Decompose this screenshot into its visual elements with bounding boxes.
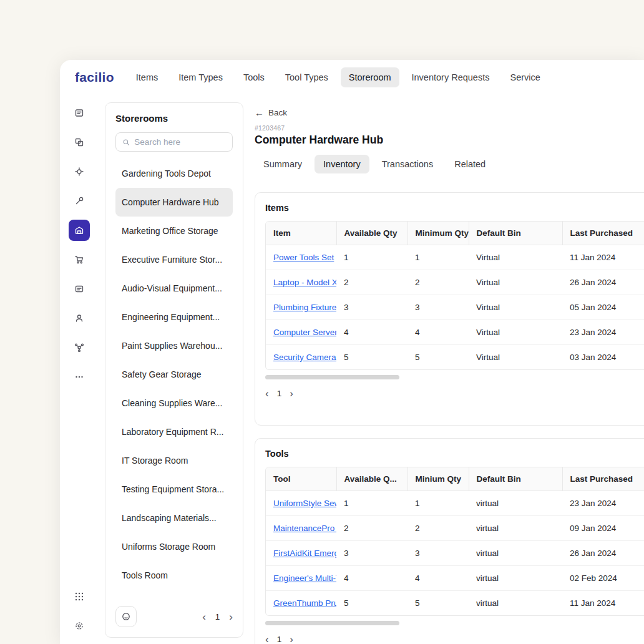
storeroom-list-item[interactable]: Tools Room — [115, 561, 233, 590]
item-link[interactable]: Power Tools Set — [273, 253, 334, 262]
inventory-request-module-button[interactable] — [69, 278, 90, 300]
last-purchased-cell: 05 Jan 2024 — [562, 295, 644, 320]
storeroom-list-item[interactable]: Paint Supplies Warehou... — [115, 331, 233, 360]
default-bin-cell: Virtual — [469, 245, 562, 270]
storeroom-list-item[interactable]: Uniforms Storage Room — [115, 532, 233, 561]
next-page-icon[interactable]: › — [290, 634, 293, 644]
table-row: Engineer's Multi-Tool 4 4 virtual 02 Feb… — [266, 566, 644, 591]
more-modules-button[interactable] — [69, 366, 90, 388]
module-rail — [60, 95, 99, 644]
panel-action-button[interactable] — [115, 606, 137, 627]
nav-item[interactable]: Storeroom — [341, 67, 399, 87]
last-purchased-cell: 11 Jan 2024 — [562, 591, 644, 616]
settings-button[interactable] — [69, 615, 90, 637]
catalog-module-button[interactable] — [69, 102, 90, 124]
storerooms-panel-footer: ‹ 1 › — [115, 600, 233, 627]
column-header: Available Qty — [336, 222, 407, 245]
service-module-button[interactable] — [69, 337, 90, 358]
item-link[interactable]: Security Cameras (Set of 4) — [273, 353, 336, 362]
tool-link[interactable]: FirstAidKit Emergency Tools — [273, 549, 336, 558]
storeroom-list-item[interactable]: Laboratory Equipment R... — [115, 417, 233, 446]
minimum-qty-cell: 5 — [407, 345, 469, 370]
table-row: Security Cameras (Set of 4) 5 5 Virtual … — [266, 345, 644, 370]
detail-tab[interactable]: Related — [446, 155, 494, 173]
detail-tab[interactable]: Transactions — [373, 155, 442, 173]
items-horizontal-scrollbar[interactable] — [265, 375, 644, 379]
tool-link[interactable]: Engineer's Multi-Tool — [273, 573, 336, 583]
nav-item[interactable]: Tools — [235, 67, 273, 87]
back-arrow-icon: ← — [255, 107, 264, 118]
nav-item[interactable]: Item Types — [170, 67, 231, 87]
last-purchased-cell: 02 Feb 2024 — [562, 566, 644, 591]
table-row: UniformStyle Sewing Kit 1 1 virtual 23 J… — [266, 491, 644, 516]
storeroom-list-item[interactable]: Engineering Equipment... — [115, 303, 233, 331]
top-navbar: facilio Items Item Types Tools Tool Type… — [60, 60, 644, 95]
prev-page-icon[interactable]: ‹ — [202, 612, 206, 622]
minimum-qty-cell: 1 — [407, 245, 469, 270]
nav-item[interactable]: Inventory Requests — [404, 67, 498, 87]
last-purchased-cell: 09 Jan 2024 — [562, 516, 644, 541]
available-qty-cell: 2 — [336, 270, 407, 295]
column-header: Minimum Qty — [407, 222, 469, 245]
tool-link[interactable]: UniformStyle Sewing Kit — [273, 499, 336, 508]
storeroom-list-item[interactable]: Executive Furniture Stor... — [115, 245, 233, 274]
tools-module-button[interactable] — [69, 190, 90, 212]
storeroom-list-item[interactable]: Gardening Tools Depot — [115, 159, 233, 188]
purchase-module-button[interactable] — [69, 249, 90, 270]
prev-page-icon[interactable]: ‹ — [265, 634, 269, 644]
apps-grid-icon — [74, 592, 84, 602]
table-row: GreenThumb Pruning Shears 5 5 virtual 11… — [266, 591, 644, 616]
item-link[interactable]: Plumbing Fixtures Kit — [273, 303, 336, 312]
storeroom-list-item[interactable]: Marketing Office Storage — [115, 217, 233, 245]
cart-icon — [74, 255, 84, 265]
current-page: 1 — [277, 389, 282, 398]
boxes-icon — [74, 137, 84, 147]
column-header: Last Purchased — [562, 222, 644, 245]
nav-item[interactable]: Items — [128, 67, 166, 87]
tool-link[interactable]: GreenThumb Pruning Shears — [273, 598, 336, 608]
search-input[interactable] — [134, 137, 226, 147]
scrollbar-thumb[interactable] — [265, 375, 399, 379]
storeroom-list-item[interactable]: Safety Gear Storage — [115, 360, 233, 389]
main-nav: Items Item Types Tools Tool Types Storer… — [128, 67, 549, 87]
storeroom-list-item[interactable]: Testing Equipment Stora... — [115, 475, 233, 504]
detail-tab[interactable]: Summary — [255, 155, 311, 173]
item-link[interactable]: Laptop - Model XYZ123 — [273, 278, 336, 287]
storeroom-list-item[interactable]: IT Storage Room — [115, 446, 233, 475]
detail-tab[interactable]: Inventory — [315, 155, 369, 173]
tool-link[interactable]: MaintenancePro Toolkit — [273, 524, 336, 533]
people-module-button[interactable] — [69, 308, 90, 329]
nav-item[interactable]: Service — [502, 67, 548, 87]
tools-pagination: ‹ 1 › — [265, 634, 644, 644]
storerooms-panel: Storerooms Gardening Tools Depot Compute… — [105, 102, 243, 638]
minimum-qty-cell: 3 — [407, 295, 469, 320]
table-row: Laptop - Model XYZ123 2 2 Virtual 26 Jan… — [266, 270, 644, 295]
prev-page-icon[interactable]: ‹ — [265, 388, 269, 399]
storeroom-list-item[interactable]: Computer Hardware Hub — [115, 188, 233, 217]
back-link[interactable]: ← Back — [255, 107, 287, 118]
items-module-button[interactable] — [69, 132, 90, 153]
table-row: MaintenancePro Toolkit 2 2 virtual 09 Ja… — [266, 516, 644, 541]
next-page-icon[interactable]: › — [229, 612, 233, 622]
storeroom-icon — [74, 225, 84, 235]
request-card-icon — [74, 284, 84, 294]
settings-gear-icon — [74, 621, 84, 631]
available-qty-cell: 3 — [336, 295, 407, 320]
back-label: Back — [268, 108, 287, 117]
item-types-module-button[interactable] — [69, 161, 90, 182]
network-icon — [74, 343, 84, 353]
scrollbar-thumb[interactable] — [265, 621, 399, 625]
more-icon — [74, 372, 84, 382]
storeroom-list-item[interactable]: Audio-Visual Equipment... — [115, 274, 233, 303]
storeroom-list-item[interactable]: Cleaning Supplies Ware... — [115, 389, 233, 417]
storeroom-module-button[interactable] — [69, 220, 90, 241]
default-bin-cell: virtual — [469, 491, 562, 516]
next-page-icon[interactable]: › — [290, 388, 293, 399]
nav-item[interactable]: Tool Types — [277, 67, 336, 87]
storeroom-list-item[interactable]: Landscaping Materials... — [115, 504, 233, 532]
tools-horizontal-scrollbar[interactable] — [265, 621, 644, 625]
default-bin-cell: Virtual — [469, 345, 562, 370]
page-title: Computer Hardware Hub — [255, 134, 644, 147]
app-launcher-button[interactable] — [69, 586, 90, 607]
item-link[interactable]: Computer Servers (Set of... — [273, 328, 336, 337]
